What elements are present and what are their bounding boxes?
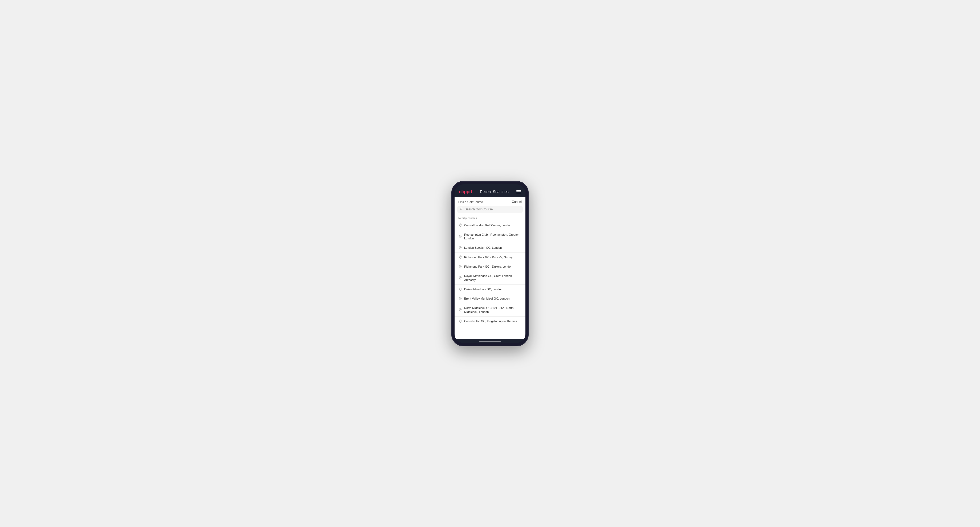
course-list-item[interactable]: Richmond Park GC - Prince's, Surrey — [455, 253, 525, 262]
course-list-item[interactable]: Royal Wimbledon GC, Great London Authori… — [455, 271, 525, 285]
course-name: Roehampton Club - Roehampton, Greater Lo… — [464, 233, 522, 240]
search-container — [455, 206, 525, 215]
course-list-item[interactable]: Brent Valley Municipal GC, London — [455, 294, 525, 303]
svg-point-8 — [460, 288, 460, 289]
course-name: London Scottish GC, London — [464, 246, 502, 249]
course-list-item[interactable]: Richmond Park GC - Duke's, London — [455, 262, 525, 271]
svg-point-2 — [460, 224, 460, 225]
course-list-item[interactable]: North Middlesex GC (1011942 - North Midd… — [455, 303, 525, 317]
course-name: Central London Golf Centre, London — [464, 224, 511, 227]
search-input-wrapper — [457, 206, 523, 213]
location-pin-icon — [458, 287, 462, 291]
course-name: Richmond Park GC - Prince's, Surrey — [464, 256, 513, 259]
course-list-item[interactable]: Coombe Hill GC, Kingston upon Thames — [455, 317, 525, 326]
nearby-label: Nearby courses — [455, 215, 525, 221]
course-name: Royal Wimbledon GC, Great London Authori… — [464, 274, 522, 282]
app-logo: clippd — [459, 189, 472, 195]
svg-point-0 — [460, 208, 462, 210]
svg-point-11 — [460, 321, 460, 321]
course-name: Richmond Park GC - Duke's, London — [464, 265, 512, 268]
find-label: Find a Golf Course — [458, 200, 483, 203]
course-name: Dukes Meadows GC, London — [464, 287, 503, 291]
home-bar — [479, 341, 501, 342]
location-pin-icon — [458, 256, 462, 259]
course-name: Coombe Hill GC, Kingston upon Thames — [464, 319, 517, 323]
svg-point-7 — [460, 277, 460, 278]
search-input[interactable] — [465, 208, 520, 211]
nav-title: Recent Searches — [480, 190, 508, 194]
svg-point-4 — [460, 247, 460, 248]
location-pin-icon — [458, 235, 462, 238]
nearby-section: Nearby courses Central London Golf Centr… — [455, 215, 525, 339]
phone-frame: clippd Recent Searches Find a Golf Cours… — [451, 181, 529, 346]
find-header: Find a Golf Course Cancel — [455, 197, 525, 206]
course-list-item[interactable]: Dukes Meadows GC, London — [455, 285, 525, 294]
svg-point-6 — [460, 266, 460, 266]
nav-bar: clippd Recent Searches — [455, 187, 525, 197]
location-pin-icon — [458, 308, 462, 311]
course-name: North Middlesex GC (1011942 - North Midd… — [464, 306, 522, 314]
svg-point-10 — [460, 309, 460, 310]
location-pin-icon — [458, 297, 462, 300]
phone-screen: clippd Recent Searches Find a Golf Cours… — [455, 184, 525, 343]
status-bar — [455, 184, 525, 187]
course-list-item[interactable]: Central London Golf Centre, London — [455, 221, 525, 230]
location-pin-icon — [458, 246, 462, 249]
home-indicator — [455, 339, 525, 343]
svg-line-1 — [462, 209, 463, 210]
location-pin-icon — [458, 319, 462, 323]
course-list-item[interactable]: Roehampton Club - Roehampton, Greater Lo… — [455, 230, 525, 243]
cancel-button[interactable]: Cancel — [512, 200, 522, 204]
content-area: Find a Golf Course Cancel Nearby — [455, 197, 525, 339]
location-pin-icon — [458, 224, 462, 227]
course-name: Brent Valley Municipal GC, London — [464, 297, 509, 300]
hamburger-menu-icon[interactable] — [516, 190, 521, 193]
svg-point-5 — [460, 256, 460, 257]
course-list-item[interactable]: London Scottish GC, London — [455, 243, 525, 252]
svg-point-3 — [460, 236, 460, 236]
svg-point-9 — [460, 298, 460, 298]
location-pin-icon — [458, 276, 462, 279]
location-pin-icon — [458, 265, 462, 268]
course-list: Central London Golf Centre, London Roeha… — [455, 221, 525, 326]
search-icon — [460, 208, 463, 211]
